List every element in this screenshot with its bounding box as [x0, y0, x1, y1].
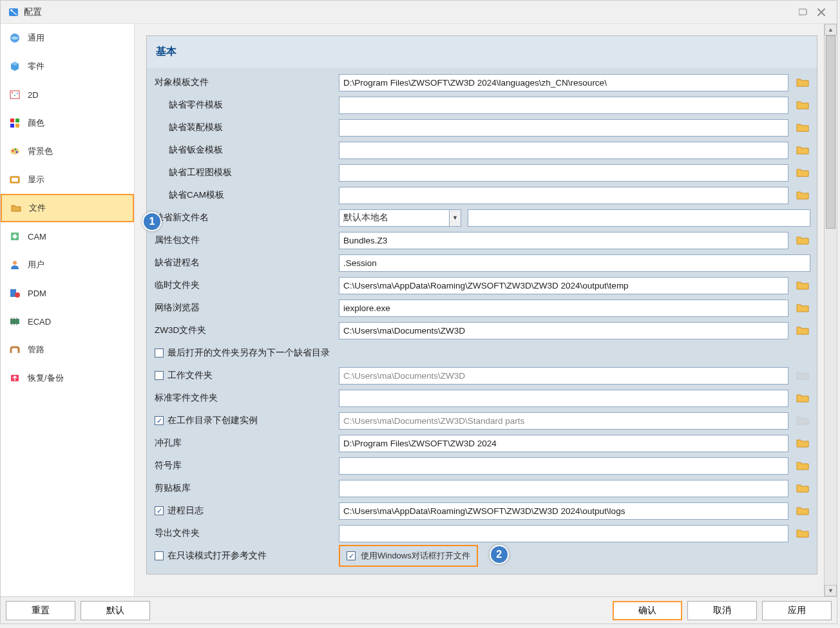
browse-button[interactable] — [795, 504, 810, 518]
cancel-button[interactable]: 取消 — [687, 601, 757, 620]
browse-button[interactable] — [795, 526, 810, 540]
label: ZW3D文件夹 — [153, 325, 335, 336]
def-part-tpl-input[interactable] — [339, 97, 788, 114]
use-win-dialog-checkbox[interactable] — [347, 551, 356, 560]
row-save-last: 最后打开的文件夹另存为下一个缺省目录 — [153, 342, 810, 364]
def-cam-tpl-input[interactable] — [339, 187, 788, 204]
color-icon — [8, 117, 21, 129]
display-icon — [8, 173, 21, 186]
svg-rect-9 — [15, 119, 19, 122]
newfile-value-input[interactable] — [468, 209, 810, 227]
browse-button[interactable] — [795, 120, 810, 135]
browse-button[interactable] — [795, 391, 810, 405]
panel-title: 基本 — [147, 36, 817, 68]
close-button[interactable] — [812, 5, 830, 20]
svg-rect-2 — [799, 9, 807, 15]
sidebar-item-color[interactable]: 颜色 — [1, 109, 134, 137]
sidebar-item-routing[interactable]: 管路 — [1, 336, 134, 364]
std-part-input[interactable] — [339, 390, 788, 407]
browse-button[interactable] — [795, 233, 810, 247]
checkbox-label: 进程日志 — [167, 505, 204, 517]
vertical-scrollbar[interactable]: ▲ ▼ — [824, 24, 837, 596]
def-drawing-tpl-input[interactable] — [339, 164, 788, 182]
process-input[interactable] — [339, 254, 810, 272]
process-log-checkbox[interactable] — [155, 506, 164, 515]
label: 标准零件文件夹 — [153, 392, 335, 404]
annotation-badge-2: 2 — [490, 545, 509, 564]
obj-template-input[interactable] — [339, 74, 788, 91]
row-last-checks: 在只读模式打开参考文件 使用Windows对话框打开文件 2 — [153, 545, 810, 567]
readonly-ref-checkbox[interactable] — [155, 551, 164, 560]
label: 临时文件夹 — [153, 280, 335, 291]
sidebar-item-cam[interactable]: CAM — [1, 222, 134, 251]
svg-rect-11 — [15, 124, 19, 128]
symbol-lib-input[interactable] — [339, 457, 788, 475]
browse-button[interactable] — [795, 166, 810, 180]
create-in-work-checkbox[interactable] — [155, 416, 164, 425]
sidebar-item-display[interactable]: 显示 — [1, 166, 134, 194]
svg-point-21 — [15, 292, 20, 298]
zw3d-folder-input[interactable] — [339, 322, 788, 339]
sidebar-item-user[interactable]: 用户 — [1, 251, 134, 279]
sidebar-item-part[interactable]: 零件 — [1, 52, 134, 81]
sidebar-item-backup[interactable]: 恢复/备份 — [1, 364, 134, 392]
temp-folder-input[interactable] — [339, 277, 788, 294]
clip-lib-input[interactable] — [339, 480, 788, 497]
reset-button[interactable]: 重置 — [6, 601, 75, 620]
checkbox-label: 使用Windows对话框打开文件 — [361, 550, 470, 562]
sidebar-item-bgcolor[interactable]: 背景色 — [1, 137, 134, 166]
browse-button[interactable] — [795, 301, 810, 315]
svg-point-1 — [11, 9, 13, 11]
save-last-checkbox[interactable] — [155, 348, 164, 357]
sidebar-item-ecad[interactable]: ECAD — [1, 307, 134, 336]
work-folder-checkbox[interactable] — [155, 371, 164, 380]
chevron-down-icon[interactable]: ▼ — [450, 209, 461, 227]
browse-button[interactable] — [795, 143, 810, 157]
checkbox-label: 工作文件夹 — [167, 370, 213, 381]
2d-icon — [8, 88, 21, 101]
def-asm-tpl-input[interactable] — [339, 119, 788, 137]
sidebar-label: 颜色 — [28, 117, 44, 129]
row-create-in-work: 在工作目录下创建实例 — [153, 410, 810, 432]
sidebar-item-2d[interactable]: 2D — [1, 81, 134, 109]
browse-button[interactable] — [795, 98, 810, 112]
config-window: 配置 通用 零件 2D 颜色 — [0, 0, 837, 624]
browse-button[interactable] — [795, 323, 810, 338]
cam-icon — [8, 230, 21, 243]
browse-button — [795, 414, 810, 428]
scroll-up-icon[interactable]: ▲ — [825, 24, 837, 35]
help-button[interactable] — [794, 5, 812, 20]
scrollbar-thumb[interactable] — [826, 35, 835, 229]
browse-button[interactable] — [795, 436, 810, 450]
default-button[interactable]: 默认 — [81, 601, 150, 620]
content: 基本 对象模板文件 缺省零件模板 缺省装配模板 缺省钣金模板 缺省工程图模板 缺… — [135, 24, 824, 596]
export-folder-input[interactable] — [339, 525, 788, 542]
browse-button[interactable] — [795, 188, 810, 202]
svg-point-14 — [15, 149, 17, 151]
browse-button — [795, 368, 810, 383]
browse-button[interactable] — [795, 481, 810, 495]
checkbox-row: 在工作目录下创建实例 — [153, 415, 335, 426]
sidebar-item-pdm[interactable]: PDM — [1, 279, 134, 307]
work-folder-input[interactable] — [339, 367, 788, 385]
label: 缺省装配模板 — [153, 122, 335, 133]
punch-lib-input[interactable] — [339, 435, 788, 452]
bundle-input[interactable] — [339, 232, 788, 249]
newfile-select[interactable]: 默认本地名 ▼ — [339, 209, 461, 227]
ok-button[interactable]: 确认 — [613, 601, 682, 620]
process-log-input[interactable] — [339, 502, 788, 520]
footer: 重置 默认 确认 取消 应用 — [1, 596, 837, 623]
sidebar-item-file[interactable]: 文件 — [1, 194, 134, 222]
browse-button[interactable] — [795, 459, 810, 473]
browse-button[interactable] — [795, 278, 810, 292]
create-in-work-input[interactable] — [339, 412, 788, 430]
label: 缺省进程名 — [153, 257, 335, 269]
apply-button[interactable]: 应用 — [762, 601, 832, 620]
panel-body: 对象模板文件 缺省零件模板 缺省装配模板 缺省钣金模板 缺省工程图模板 缺省CA… — [147, 68, 817, 574]
sidebar-item-general[interactable]: 通用 — [1, 24, 134, 52]
browser-input[interactable] — [339, 300, 788, 317]
sidebar-label: 背景色 — [28, 146, 53, 157]
browse-button[interactable] — [795, 75, 810, 90]
def-sheet-tpl-input[interactable] — [339, 142, 788, 159]
scroll-down-icon[interactable]: ▼ — [825, 585, 837, 596]
